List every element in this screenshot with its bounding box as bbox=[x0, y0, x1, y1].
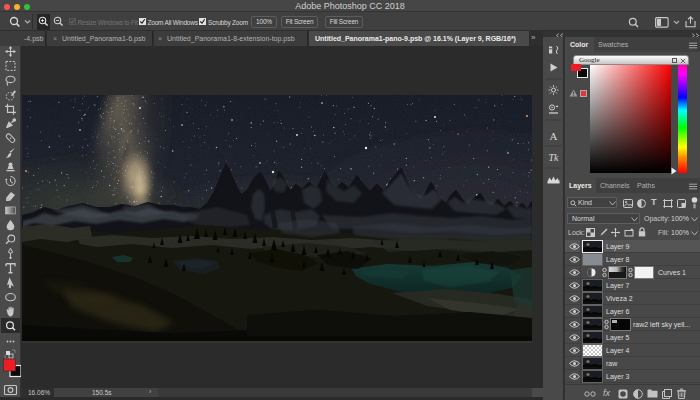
svg-text:A: A bbox=[550, 130, 558, 142]
svg-text:Tk: Tk bbox=[549, 152, 560, 163]
